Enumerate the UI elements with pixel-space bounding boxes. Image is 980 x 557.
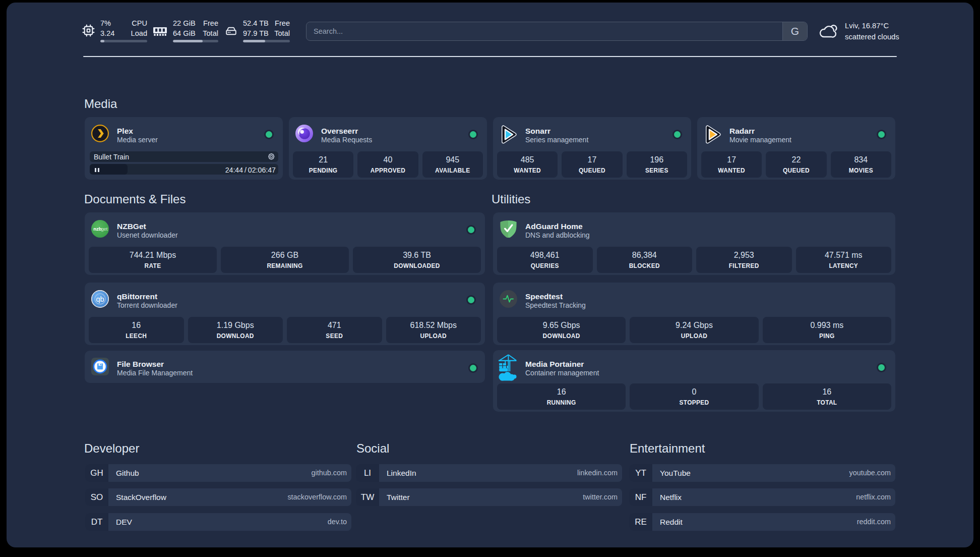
svg-text:get: get: [101, 226, 108, 232]
svg-text:qb: qb: [96, 295, 104, 303]
